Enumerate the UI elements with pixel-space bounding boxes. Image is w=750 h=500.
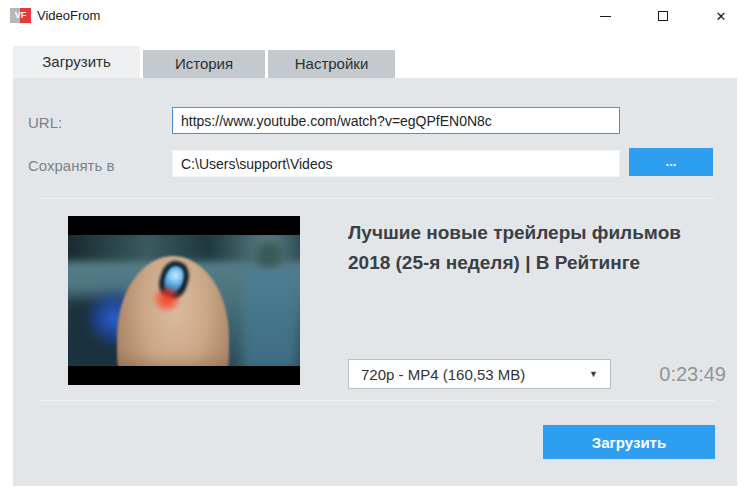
window-title: VideoFrom xyxy=(37,8,100,23)
app-icon: VF xyxy=(10,8,31,23)
browse-button[interactable]: ... xyxy=(629,148,713,176)
thumbnail-background-person xyxy=(256,241,282,271)
tab-download[interactable]: Загрузить xyxy=(13,46,140,78)
format-select[interactable]: 720p - MP4 (160,53 MB) ▼ xyxy=(348,359,611,389)
download-button[interactable]: Загрузить xyxy=(543,425,715,459)
video-duration: 0:23:49 xyxy=(641,363,726,386)
download-panel: URL: Сохранять в ... Лучшие новые трейле… xyxy=(13,78,737,486)
window-controls: ✕ xyxy=(576,0,750,32)
tab-history[interactable]: История xyxy=(143,50,265,78)
minimize-button[interactable] xyxy=(576,0,634,32)
tab-settings[interactable]: Настройки xyxy=(268,50,395,78)
chevron-down-icon: ▼ xyxy=(589,369,610,379)
title-bar: VF VideoFrom ✕ xyxy=(0,0,750,32)
save-path-input[interactable] xyxy=(172,150,620,177)
save-path-label: Сохранять в xyxy=(28,157,114,174)
separator-top xyxy=(40,198,715,199)
maximize-button[interactable] xyxy=(634,0,692,32)
minimize-icon xyxy=(600,16,611,17)
separator-bottom xyxy=(40,400,715,401)
video-thumbnail xyxy=(68,216,300,385)
url-label: URL: xyxy=(28,114,62,131)
video-title: Лучшие новые трейлеры фильмов 2018 (25-я… xyxy=(348,218,733,278)
close-button[interactable]: ✕ xyxy=(692,0,750,32)
format-selected-value: 720p - MP4 (160,53 MB) xyxy=(349,366,589,383)
url-input[interactable] xyxy=(172,107,620,134)
close-icon: ✕ xyxy=(716,10,727,23)
thumbnail-image xyxy=(68,235,300,366)
maximize-icon xyxy=(658,11,668,21)
